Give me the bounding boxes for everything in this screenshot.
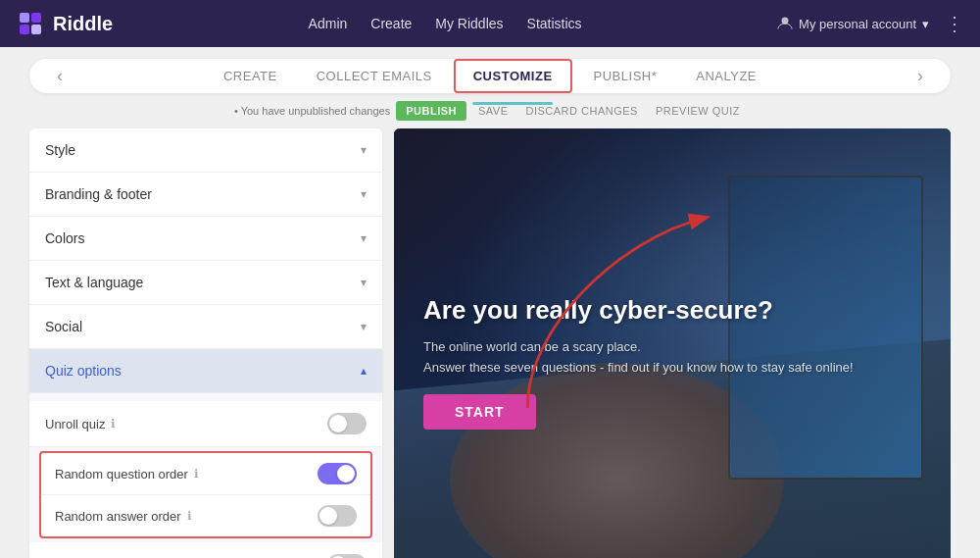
preview-content: Are you really cyber-secure? The online … [394, 276, 951, 449]
account-label: My personal account [799, 17, 916, 31]
random-answer-label-group: Random answer order ℹ [55, 509, 192, 524]
next-arrow[interactable]: › [909, 62, 931, 90]
start-button[interactable]: START [423, 394, 536, 430]
tab-analyze[interactable]: ANALYZE [678, 61, 774, 91]
preview-background: Are you really cyber-secure? The online … [394, 128, 951, 558]
sidebar-item-style-label: Style [45, 142, 75, 158]
sidebar-item-branding[interactable]: Branding & footer ▾ [29, 173, 382, 217]
discard-button[interactable]: DISCARD CHANGES [520, 103, 644, 119]
quiz-options-subitems: Unroll quiz ℹ Random question order ℹ [29, 393, 382, 558]
random-question-order-toggle[interactable] [318, 463, 357, 484]
svg-rect-0 [20, 13, 29, 23]
main-area: ‹ CREATE COLLECT EMAILS CUSTOMIZE PUBLIS… [0, 47, 980, 558]
random-question-order-row: Random question order ℹ [41, 453, 370, 495]
statistics-link[interactable]: Statistics [527, 16, 582, 31]
unpublished-notice: • You have unpublished changes [234, 105, 390, 117]
admin-link[interactable]: Admin [309, 16, 348, 31]
tab-collect-emails[interactable]: COLLECT EMAILS [299, 61, 450, 91]
unroll-quiz-row: Unroll quiz ℹ [29, 401, 382, 447]
sidebar-item-colors-label: Colors [45, 230, 84, 246]
chevron-down-icon: ▾ [361, 320, 367, 333]
chevron-down-icon: ▾ [361, 187, 367, 201]
sidebar-item-quiz-options[interactable]: Quiz options ▴ [29, 349, 382, 393]
account-menu[interactable]: My personal account ▾ [777, 16, 929, 31]
sidebar-item-social[interactable]: Social ▾ [29, 305, 382, 349]
random-answer-order-toggle[interactable] [318, 505, 357, 527]
chevron-down-icon: ▾ [361, 276, 367, 289]
chevron-down-icon: ▾ [922, 17, 929, 31]
publish-button[interactable]: PUBLISH [396, 101, 466, 121]
step-tabs: CREATE COLLECT EMAILS CUSTOMIZE PUBLISH*… [206, 59, 774, 93]
preview-subtitle-line2: Answer these seven questions - find out … [423, 358, 921, 379]
chevron-up-icon: ▴ [361, 364, 367, 378]
sidebar-item-text-language[interactable]: Text & language ▾ [29, 261, 382, 305]
preview-area: Are you really cyber-secure? The online … [394, 128, 951, 558]
unroll-quiz-toggle[interactable] [327, 413, 367, 434]
svg-rect-2 [20, 25, 29, 34]
chevron-down-icon: ▾ [361, 231, 367, 245]
tab-publish[interactable]: PUBLISH* [576, 61, 675, 91]
top-navigation: Riddle Admin Create My Riddles Statistic… [0, 0, 980, 47]
sidebar: Style ▾ Branding & footer ▾ Colors ▾ Tex… [29, 128, 382, 558]
hide-indicators-toggle[interactable] [327, 554, 367, 558]
random-question-info-icon[interactable]: ℹ [194, 467, 199, 481]
sidebar-item-colors[interactable]: Colors ▾ [29, 217, 382, 261]
prev-arrow[interactable]: ‹ [49, 62, 71, 90]
logo-icon [16, 9, 45, 38]
step-navigation: ‹ CREATE COLLECT EMAILS CUSTOMIZE PUBLIS… [29, 59, 951, 93]
topnav-right: My personal account ▾ ⋮ [777, 12, 964, 35]
sidebar-item-branding-label: Branding & footer [45, 186, 152, 202]
unroll-quiz-label: Unroll quiz [45, 417, 105, 431]
random-question-order-label: Random question order [55, 467, 188, 482]
unroll-quiz-info-icon[interactable]: ℹ [111, 417, 116, 431]
more-options-icon[interactable]: ⋮ [945, 12, 964, 35]
preview-title: Are you really cyber-secure? [423, 295, 921, 326]
random-question-label-group: Random question order ℹ [55, 467, 199, 482]
save-button[interactable]: SAVE [472, 103, 514, 119]
sidebar-item-social-label: Social [45, 319, 82, 334]
logo-text: Riddle [53, 13, 113, 35]
preview-subtitle-line1: The online world can be a scary place. [423, 337, 921, 358]
sidebar-item-text-language-label: Text & language [45, 275, 143, 290]
hide-indicators-row: Hide all right or wrong answer indicator… [29, 542, 382, 558]
logo[interactable]: Riddle [16, 9, 113, 38]
random-answer-info-icon[interactable]: ℹ [187, 509, 192, 523]
svg-rect-1 [31, 13, 41, 23]
nav-links: Admin Create My Riddles Statistics [309, 16, 582, 31]
svg-rect-3 [31, 25, 41, 34]
highlighted-toggles-group: Random question order ℹ Random answer or… [39, 451, 372, 538]
sidebar-item-style[interactable]: Style ▾ [29, 128, 382, 173]
random-answer-order-row: Random answer order ℹ [41, 495, 370, 536]
tab-create[interactable]: CREATE [206, 61, 295, 91]
svg-point-4 [782, 18, 789, 25]
chevron-down-icon: ▾ [361, 143, 367, 157]
create-link[interactable]: Create [370, 16, 412, 31]
tab-customize[interactable]: CUSTOMIZE [454, 59, 572, 93]
preview-button[interactable]: PREVIEW QUIZ [650, 103, 746, 119]
content-area: Style ▾ Branding & footer ▾ Colors ▾ Tex… [29, 128, 951, 558]
sidebar-item-quiz-options-label: Quiz options [45, 363, 122, 379]
myriddles-link[interactable]: My Riddles [435, 16, 503, 31]
user-icon [777, 16, 793, 31]
unroll-quiz-label-group: Unroll quiz ℹ [45, 417, 116, 431]
random-answer-order-label: Random answer order [55, 509, 181, 524]
